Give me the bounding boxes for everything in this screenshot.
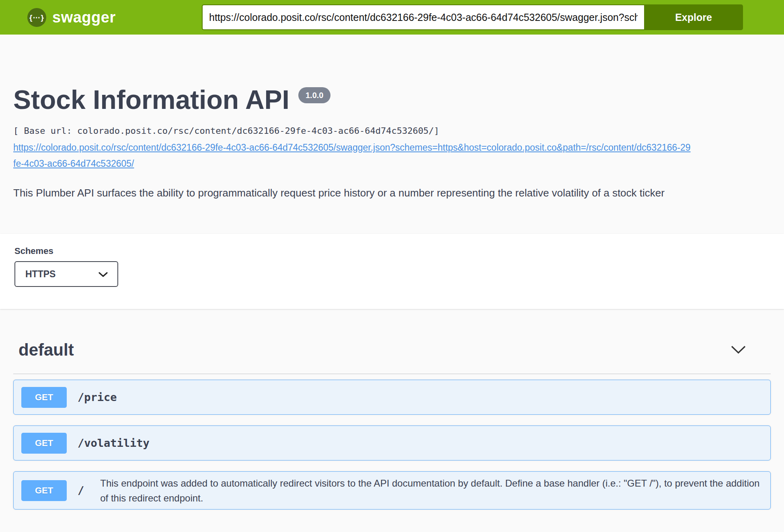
api-description: This Plumber API surfaces the ability to… (13, 187, 771, 199)
opblock-list: GET /price GET /volatility GET / This en… (13, 380, 771, 509)
page-title-row: Stock Information API 1.0.0 (13, 85, 771, 115)
base-url: [ Base url: colorado.posit.co/rsc/conten… (13, 126, 771, 136)
method-badge: GET (21, 480, 67, 501)
opblock-get-root[interactable]: GET / This endpoint was added to automat… (13, 471, 771, 509)
swagger-brand: {⋯} swagger (27, 8, 116, 27)
explore-button[interactable]: Explore (644, 4, 743, 30)
method-badge: GET (21, 387, 67, 408)
collapse-chevron-icon[interactable] (731, 346, 746, 354)
page-title: Stock Information API (13, 85, 289, 115)
tag-section-header[interactable]: default (13, 326, 771, 374)
spec-url-input[interactable] (202, 4, 644, 30)
operations-section: default GET /price GET /volatility GET /… (0, 326, 784, 509)
schemes-label: Schemes (14, 246, 771, 256)
spec-link-wrap: https://colorado.posit.co/rsc/content/dc… (13, 139, 693, 172)
topbar: {⋯} swagger Explore (0, 0, 784, 35)
op-path: / (78, 484, 84, 497)
swagger-logo-icon: {⋯} (27, 8, 46, 27)
opblock-get-volatility[interactable]: GET /volatility (13, 426, 771, 460)
spec-link[interactable]: https://colorado.posit.co/rsc/content/dc… (13, 142, 691, 169)
op-description: This endpoint was added to automatically… (100, 476, 762, 505)
op-path: /price (78, 391, 117, 403)
op-path: /volatility (78, 437, 150, 449)
brand-name: swagger (52, 9, 116, 26)
method-badge: GET (21, 433, 67, 454)
schemes-select-wrap: HTTPS (14, 261, 118, 287)
scheme-container: Schemes HTTPS (0, 234, 784, 309)
tag-title: default (13, 340, 74, 360)
spec-url-form: Explore (202, 4, 743, 30)
version-badge: 1.0.0 (298, 87, 330, 103)
api-info-section: Stock Information API 1.0.0 [ Base url: … (0, 35, 784, 234)
opblock-get-price[interactable]: GET /price (13, 380, 771, 415)
schemes-select[interactable]: HTTPS (14, 261, 118, 287)
